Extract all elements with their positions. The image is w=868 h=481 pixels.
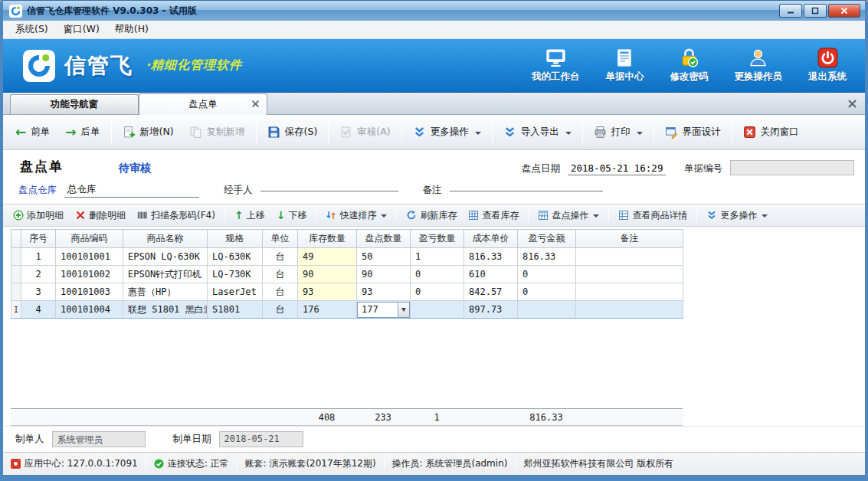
- cell-amount[interactable]: 0: [518, 283, 576, 301]
- col-header-amount[interactable]: 盈亏金额: [518, 230, 576, 248]
- table-row-selected[interactable]: I 4 100101004 联想 S1801 黑白激 S1801 台 176 1…: [11, 301, 683, 319]
- cell-cost[interactable]: 610: [464, 266, 518, 283]
- save-button[interactable]: 保存(S): [260, 120, 326, 144]
- cell-unit[interactable]: 台: [263, 283, 298, 301]
- cell-diff[interactable]: [411, 301, 464, 319]
- table-row[interactable]: 3 100101003 惠普（HP） LaserJet 台 93 93 0 84…: [11, 283, 683, 301]
- col-header-spec[interactable]: 规格: [208, 230, 263, 248]
- tab-inventory-sheet[interactable]: 盘点单: [139, 93, 267, 115]
- cell-seq[interactable]: 4: [21, 301, 56, 319]
- warehouse-field[interactable]: 总仓库: [64, 182, 199, 198]
- row-marker-current[interactable]: I: [11, 301, 21, 319]
- menu-item-help[interactable]: 帮助(H): [107, 21, 156, 38]
- row-marker[interactable]: [11, 266, 21, 283]
- date-value-field[interactable]: 2018-05-21 16:29: [568, 162, 666, 175]
- tabstrip-close-button[interactable]: [847, 99, 857, 109]
- audit-button[interactable]: 审核(A): [332, 120, 398, 144]
- banner-action-exit-system[interactable]: 退出系统: [808, 47, 847, 83]
- add-detail-button[interactable]: 添加明细: [11, 207, 66, 224]
- cell-stock[interactable]: 93: [298, 283, 357, 301]
- cell-seq[interactable]: 2: [21, 266, 56, 283]
- cell-amount[interactable]: [518, 301, 576, 319]
- col-header-cost[interactable]: 成本单价: [464, 230, 518, 248]
- cell-name[interactable]: 联想 S1801 黑白激: [123, 301, 208, 319]
- cell-unit[interactable]: 台: [263, 266, 298, 283]
- next-doc-button[interactable]: →后单: [57, 120, 107, 144]
- col-header-stock[interactable]: 库存数量: [298, 230, 357, 248]
- import-export-button[interactable]: 导入导出: [496, 120, 579, 144]
- minimize-button[interactable]: [779, 4, 802, 18]
- cell-cost[interactable]: 897.73: [464, 301, 518, 319]
- col-header-count[interactable]: 盘点数量: [357, 230, 411, 248]
- cell-remark[interactable]: [576, 266, 683, 283]
- combo-dropdown-button[interactable]: [398, 303, 409, 317]
- view-product-detail-button[interactable]: 查看商品详情: [616, 207, 689, 224]
- combo-value[interactable]: 177: [358, 303, 398, 317]
- cell-count-editing[interactable]: 177: [357, 301, 411, 319]
- copy-new-button[interactable]: 复制新增: [182, 120, 253, 144]
- cell-name[interactable]: EPSON针式打印机: [123, 266, 208, 283]
- banner-action-workspace[interactable]: 我的工作台: [532, 47, 580, 83]
- new-button[interactable]: 新增(N): [115, 120, 182, 144]
- cell-name[interactable]: 惠普（HP）: [123, 283, 208, 301]
- prev-doc-button[interactable]: ←前单: [8, 120, 57, 144]
- ui-design-button[interactable]: 界面设计: [657, 120, 729, 144]
- cell-stock[interactable]: 176: [298, 301, 357, 319]
- cell-diff[interactable]: 0: [411, 283, 464, 301]
- banner-action-change-password[interactable]: 修改密码: [670, 47, 709, 83]
- col-header-unit[interactable]: 单位: [263, 230, 298, 248]
- print-button[interactable]: 打印: [586, 120, 650, 144]
- remark-field[interactable]: [450, 189, 603, 191]
- cell-amount[interactable]: 816.33: [518, 248, 576, 266]
- quick-sort-button[interactable]: 快速排序: [323, 207, 389, 224]
- table-row[interactable]: 2 100101002 EPSON针式打印机 LQ-730K 台 90 90 0…: [11, 266, 683, 283]
- row-marker[interactable]: [11, 283, 21, 301]
- cell-cost[interactable]: 842.57: [464, 283, 518, 301]
- count-combo-editor[interactable]: 177: [357, 302, 410, 318]
- menu-item-window[interactable]: 窗口(W): [56, 21, 107, 38]
- cell-remark[interactable]: [576, 248, 683, 266]
- view-stock-button[interactable]: 查看库存: [466, 207, 521, 224]
- banner-action-doc-center[interactable]: 单据中心: [606, 47, 644, 83]
- cell-spec[interactable]: LQ-630K: [208, 248, 263, 266]
- refresh-stock-button[interactable]: 刷新库存: [404, 207, 459, 224]
- banner-action-switch-operator[interactable]: 更换操作员: [735, 47, 783, 83]
- cell-name[interactable]: EPSON LQ-630K: [123, 248, 208, 266]
- close-button[interactable]: [828, 4, 860, 18]
- cell-unit[interactable]: 台: [263, 248, 298, 266]
- cell-spec[interactable]: LQ-730K: [208, 266, 263, 283]
- cell-count[interactable]: 93: [357, 283, 411, 301]
- cell-remark[interactable]: [576, 301, 683, 319]
- col-header-name[interactable]: 商品名称: [123, 230, 208, 248]
- stocktake-ops-button[interactable]: 盘点操作: [536, 207, 601, 224]
- scan-barcode-button[interactable]: 扫描条形码(F4): [135, 207, 218, 224]
- more-ops-button[interactable]: 更多操作: [704, 207, 770, 224]
- cell-remark[interactable]: [576, 283, 683, 301]
- cell-spec[interactable]: S1801: [208, 301, 263, 319]
- cell-stock[interactable]: 49: [298, 248, 357, 266]
- cell-count[interactable]: 50: [357, 248, 411, 266]
- col-header-remark[interactable]: 备注: [576, 230, 683, 248]
- cell-diff[interactable]: 0: [411, 266, 464, 283]
- cell-seq[interactable]: 1: [21, 248, 56, 266]
- cell-amount[interactable]: 0: [518, 266, 576, 283]
- cell-code[interactable]: 100101002: [56, 266, 123, 283]
- cell-spec[interactable]: LaserJet: [208, 283, 263, 301]
- move-down-button[interactable]: ↓下移: [274, 207, 310, 224]
- menu-item-system[interactable]: 系统(S): [8, 21, 56, 38]
- row-marker[interactable]: [11, 248, 21, 266]
- tab-nav-panel[interactable]: 功能导航窗: [10, 94, 139, 114]
- close-window-button[interactable]: 关闭窗口: [735, 120, 807, 144]
- cell-cost[interactable]: 816.33: [464, 248, 518, 266]
- cell-diff[interactable]: 1: [411, 248, 464, 266]
- col-header-diff[interactable]: 盈亏数量: [411, 230, 464, 248]
- col-header-code[interactable]: 商品编码: [56, 230, 123, 248]
- move-up-button[interactable]: ↑上移: [232, 207, 267, 224]
- cell-code[interactable]: 100101001: [56, 248, 123, 266]
- cell-seq[interactable]: 3: [21, 283, 56, 301]
- more-actions-button[interactable]: 更多操作: [405, 120, 489, 144]
- cell-unit[interactable]: 台: [263, 301, 298, 319]
- cell-stock[interactable]: 90: [298, 266, 357, 283]
- cell-code[interactable]: 100101004: [56, 301, 123, 319]
- col-header-seq[interactable]: 序号: [21, 230, 56, 248]
